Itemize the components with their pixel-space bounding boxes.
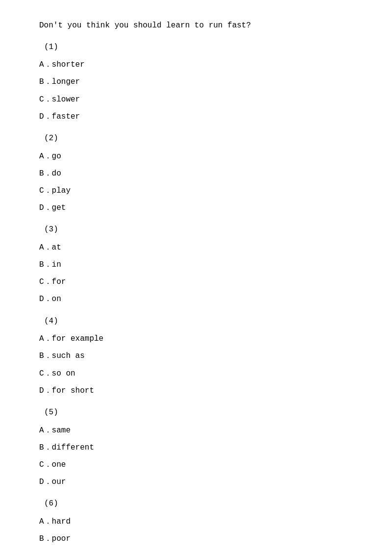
option-q1-4: D．faster — [39, 110, 353, 124]
option-q5-3: C．one — [39, 458, 353, 472]
question-number-4: (4) — [39, 315, 353, 328]
option-q4-1: A．for example — [39, 332, 353, 346]
question-number-3: (3) — [39, 224, 353, 236]
option-q5-4: D．our — [39, 476, 353, 489]
option-q2-3: C．play — [39, 184, 353, 198]
option-q3-3: C．for — [39, 276, 353, 289]
option-q3-2: B．in — [39, 258, 353, 272]
stem-text: Don't you think you should learn to run … — [39, 21, 251, 30]
option-q2-4: D．get — [39, 202, 353, 215]
question-number-5: (5) — [39, 406, 353, 419]
option-q3-4: D．on — [39, 293, 353, 306]
option-q6-1: A．hard — [39, 515, 353, 529]
question-number-2: (2) — [39, 132, 353, 145]
option-q2-1: A．go — [39, 150, 353, 163]
option-q4-2: B．such as — [39, 350, 353, 363]
option-q1-1: A．shorter — [39, 58, 353, 72]
question-stem: Don't you think you should learn to run … — [39, 20, 353, 32]
questions-container: (1)A．shorterB．longerC．slowerD．faster(2)A… — [39, 41, 353, 546]
option-q1-3: C．slower — [39, 93, 353, 106]
option-q2-2: B．do — [39, 167, 353, 180]
option-q1-2: B．longer — [39, 76, 353, 89]
option-q4-3: C．so on — [39, 367, 353, 380]
question-number-6: (6) — [39, 498, 353, 510]
question-number-1: (1) — [39, 41, 353, 54]
option-q5-2: B．different — [39, 441, 353, 454]
option-q5-1: A．same — [39, 424, 353, 437]
option-q6-2: B．poor — [39, 532, 353, 546]
page-content: Don't you think you should learn to run … — [0, 0, 392, 555]
option-q3-1: A．at — [39, 241, 353, 254]
option-q4-4: D．for short — [39, 384, 353, 398]
